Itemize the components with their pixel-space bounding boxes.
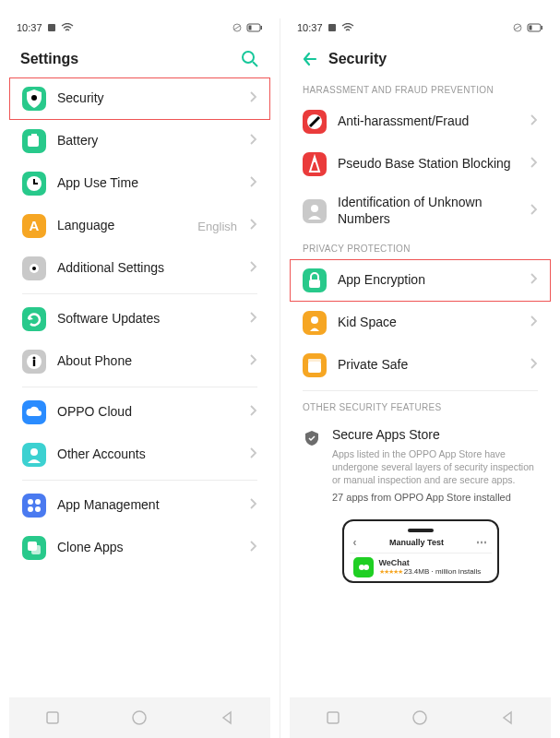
row-appenc[interactable]: App Encryption	[290, 259, 551, 302]
section-other: OTHER SECURITY FEATURES	[290, 395, 551, 418]
secure-apps-store[interactable]: Secure Apps Store Apps listed in the OPP…	[290, 418, 551, 512]
row-label: OPPO Cloud	[57, 404, 237, 421]
row-label: Kid Space	[338, 315, 518, 331]
svg-rect-37	[309, 280, 320, 288]
svg-line-2	[234, 26, 240, 30]
cloud-icon	[22, 400, 46, 424]
row-kidspace[interactable]: Kid Space	[290, 302, 551, 344]
dnd-icon	[232, 23, 243, 32]
svg-point-21	[28, 506, 33, 512]
a-icon: A	[22, 214, 46, 238]
chevron-right-icon	[529, 272, 538, 289]
row-about[interactable]: About Phone	[9, 340, 270, 383]
block-icon	[303, 110, 327, 134]
chevron-right-icon	[248, 218, 257, 234]
shield-check-icon	[303, 429, 321, 447]
nav-back[interactable]	[219, 709, 235, 726]
lock-icon	[303, 268, 327, 292]
person-icon	[22, 443, 46, 467]
secure-count: 27 apps from OPPO App Store installed	[332, 492, 538, 503]
svg-text:A: A	[30, 218, 40, 233]
refresh-icon	[22, 307, 46, 331]
battery-icon	[527, 23, 543, 32]
row-apptime[interactable]: App Use Time	[9, 162, 270, 205]
mock-more-icon: ⋯	[476, 536, 487, 549]
svg-rect-0	[48, 24, 55, 31]
phone-mockup: ‹ Manually Test ⋯ WeChat ★★★★★ 23.4MB · …	[342, 519, 499, 583]
wifi-icon	[341, 23, 354, 32]
nav-bar	[290, 697, 551, 738]
back-icon[interactable]	[301, 50, 319, 68]
nav-home[interactable]	[131, 709, 148, 726]
row-label: Additional Settings	[57, 260, 237, 277]
svg-rect-40	[308, 359, 321, 363]
shield-icon	[22, 87, 46, 111]
row-language[interactable]: ALanguageEnglish	[9, 205, 270, 247]
page-title: Security	[328, 51, 387, 67]
battery-icon	[22, 129, 46, 153]
row-cloud[interactable]: OPPO Cloud	[9, 391, 270, 434]
copy-icon	[22, 536, 46, 560]
row-clone[interactable]: Clone Apps	[9, 527, 270, 569]
svg-line-7	[253, 62, 257, 66]
row-additional[interactable]: Additional Settings	[9, 247, 270, 290]
wifi-icon	[61, 23, 74, 32]
nav-recents[interactable]	[44, 709, 61, 726]
divider	[22, 480, 257, 481]
row-appmgmt[interactable]: App Management	[9, 484, 270, 527]
clock-icon	[22, 172, 46, 196]
chevron-right-icon	[529, 203, 538, 220]
chevron-right-icon	[248, 260, 257, 277]
person-icon	[303, 199, 327, 223]
row-pseudo[interactable]: Pseudo Base Station Blocking	[290, 143, 551, 185]
svg-rect-43	[328, 712, 339, 723]
clock: 10:37	[297, 22, 323, 33]
row-accts[interactable]: Other Accounts	[9, 434, 270, 476]
settings-header: Settings	[9, 44, 270, 77]
dnd-icon	[512, 23, 523, 32]
nav-recents[interactable]	[325, 709, 341, 726]
svg-point-22	[35, 506, 41, 512]
svg-rect-24	[31, 545, 41, 554]
svg-rect-5	[249, 26, 252, 30]
section-privacy: PRIVACY PROTECTION	[290, 236, 551, 259]
svg-point-14	[32, 267, 36, 270]
row-label: Language	[57, 218, 186, 234]
pane-divider	[280, 18, 280, 738]
info-icon	[22, 350, 46, 374]
row-private[interactable]: Private Safe	[290, 344, 551, 387]
chevron-right-icon	[248, 311, 257, 327]
svg-rect-17	[33, 360, 35, 366]
svg-point-35	[313, 159, 316, 162]
secure-desc: Apps listed in the OPPO App Store have u…	[332, 447, 538, 487]
chevron-right-icon	[248, 497, 257, 514]
search-icon[interactable]	[241, 50, 259, 68]
svg-point-18	[30, 448, 38, 456]
row-label: App Use Time	[57, 175, 237, 192]
vibrate-icon	[46, 23, 57, 32]
chevron-right-icon	[529, 113, 538, 130]
row-antiharass[interactable]: Anti-harassment/Fraud	[290, 101, 551, 143]
row-battery[interactable]: Battery	[9, 120, 270, 162]
chevron-right-icon	[529, 156, 538, 173]
row-security[interactable]: Security	[9, 77, 270, 120]
row-unknown[interactable]: Identification of Unknown Numbers	[290, 185, 551, 236]
box-icon	[303, 353, 327, 377]
row-label: Software Updates	[57, 311, 237, 327]
grid-icon	[22, 494, 46, 518]
svg-rect-4	[261, 26, 263, 30]
nav-home[interactable]	[411, 709, 428, 726]
row-updates[interactable]: Software Updates	[9, 298, 270, 340]
chevron-right-icon	[248, 353, 257, 370]
vibrate-icon	[327, 23, 338, 32]
row-label: Clone Apps	[57, 540, 237, 556]
nav-back[interactable]	[499, 709, 516, 726]
svg-point-6	[243, 52, 254, 63]
chevron-right-icon	[248, 540, 257, 556]
mock-back-icon: ‹	[353, 536, 357, 549]
svg-rect-9	[28, 136, 39, 147]
row-value: English	[197, 220, 237, 233]
row-label: App Management	[57, 497, 237, 514]
svg-point-44	[413, 711, 426, 724]
status-bar: 10:37	[290, 18, 551, 37]
